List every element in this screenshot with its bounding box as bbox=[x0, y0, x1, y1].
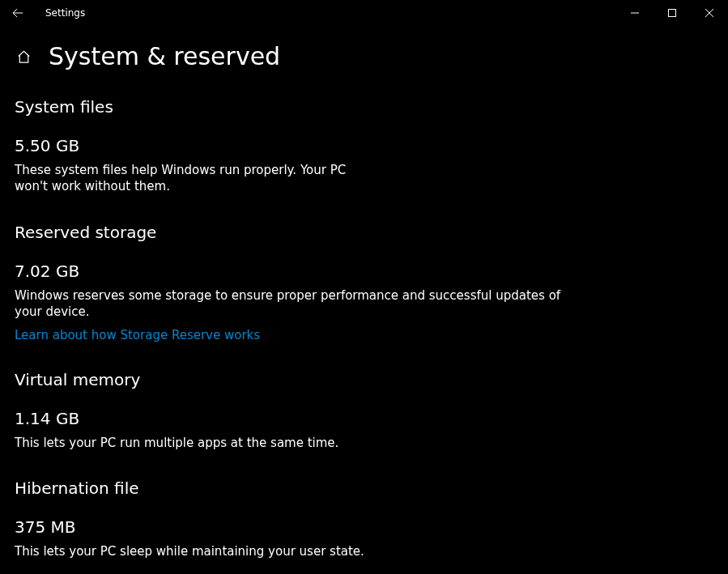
app-title: Settings bbox=[45, 7, 85, 19]
page-title: System & reserved bbox=[49, 42, 280, 71]
system-files-heading: System files bbox=[15, 97, 713, 117]
system-files-size: 5.50 GB bbox=[15, 136, 713, 155]
hibernation-file-description: This lets your PC sleep while maintainin… bbox=[15, 543, 581, 559]
titlebar-left: Settings bbox=[0, 5, 85, 21]
titlebar: Settings bbox=[0, 0, 728, 26]
hibernation-file-size: 375 MB bbox=[15, 517, 713, 537]
reserved-storage-heading: Reserved storage bbox=[15, 223, 713, 242]
back-button[interactable] bbox=[10, 5, 26, 21]
svg-rect-1 bbox=[669, 10, 676, 17]
hibernation-file-heading: Hibernation file bbox=[15, 478, 713, 498]
section-hibernation-file: Hibernation file 375 MB This lets your P… bbox=[15, 478, 713, 559]
section-reserved-storage: Reserved storage 7.02 GB Windows reserve… bbox=[15, 223, 713, 343]
section-system-files: System files 5.50 GB These system files … bbox=[15, 97, 713, 195]
reserved-storage-description: Windows reserves some storage to ensure … bbox=[15, 287, 581, 321]
maximize-icon bbox=[668, 9, 676, 17]
window-controls bbox=[616, 0, 728, 26]
virtual-memory-size: 1.14 GB bbox=[15, 409, 713, 428]
minimize-button[interactable] bbox=[616, 0, 653, 26]
arrow-left-icon bbox=[11, 6, 24, 19]
home-button[interactable] bbox=[15, 48, 32, 66]
content-area: System & reserved System files 5.50 GB T… bbox=[0, 26, 728, 560]
virtual-memory-description: This lets your PC run multiple apps at t… bbox=[15, 435, 581, 451]
virtual-memory-heading: Virtual memory bbox=[15, 370, 713, 389]
section-virtual-memory: Virtual memory 1.14 GB This lets your PC… bbox=[15, 370, 713, 451]
storage-reserve-link[interactable]: Learn about how Storage Reserve works bbox=[15, 328, 260, 342]
maximize-button[interactable] bbox=[653, 0, 691, 26]
close-icon bbox=[705, 9, 713, 17]
close-button[interactable] bbox=[691, 0, 728, 26]
minimize-icon bbox=[631, 9, 639, 17]
reserved-storage-size: 7.02 GB bbox=[15, 261, 713, 281]
system-files-description: These system files help Windows run prop… bbox=[15, 162, 355, 195]
page-header: System & reserved bbox=[15, 42, 713, 71]
home-icon bbox=[16, 49, 32, 65]
